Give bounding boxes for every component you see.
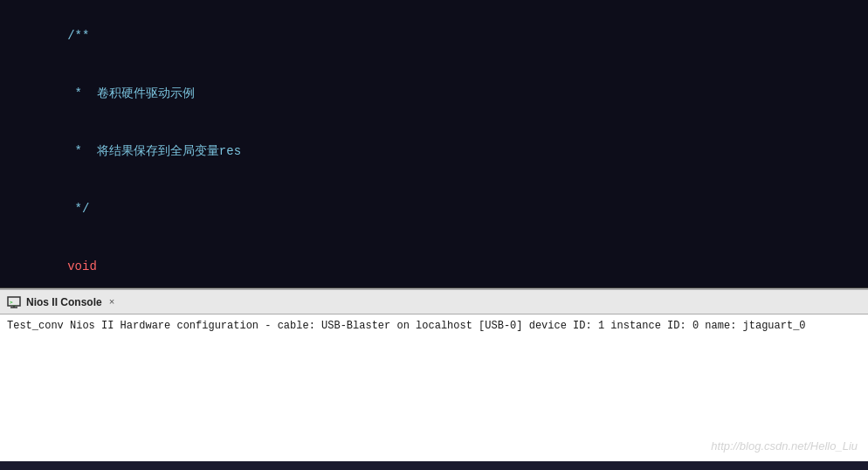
kw-void: void xyxy=(67,259,97,273)
console-close-button[interactable]: × xyxy=(109,297,115,308)
comment-close: */ xyxy=(67,202,89,216)
nios-console: >_ Nios II Console × Test_conv Nios II H… xyxy=(0,288,868,460)
code-line-5: void Conv_HW ( int filter [100][100] , i… xyxy=(9,238,868,288)
console-wrapper: >_ Nios II Console × Test_conv Nios II H… xyxy=(0,288,868,460)
code-editor: /** * 卷积硬件驱动示例 * 将结果保存到全局变量res */ void xyxy=(0,0,868,288)
comment-open: /** xyxy=(67,29,89,43)
space1 xyxy=(67,279,74,288)
code-line-1: /** xyxy=(9,7,868,65)
console-message-1: Test_conv Nios II Hardware configuration… xyxy=(7,318,861,334)
comment-line2: * 卷积硬件驱动示例 xyxy=(67,86,195,100)
code-lines: /** * 卷积硬件驱动示例 * 将结果保存到全局变量res */ void xyxy=(0,0,868,288)
code-line-4: */ xyxy=(9,180,868,238)
comment-line3: * 将结果保存到全局变量res xyxy=(67,144,241,158)
console-tab-title: Nios II Console xyxy=(26,296,102,308)
console-header: >_ Nios II Console × xyxy=(0,290,868,314)
svg-text:>_: >_ xyxy=(10,299,17,306)
code-line-2: * 卷积硬件驱动示例 xyxy=(9,65,868,122)
console-body: Test_conv Nios II Hardware configuration… xyxy=(0,314,868,461)
nios-console-icon: >_ xyxy=(7,295,21,309)
code-line-3: * 将结果保存到全局变量res xyxy=(9,122,868,180)
